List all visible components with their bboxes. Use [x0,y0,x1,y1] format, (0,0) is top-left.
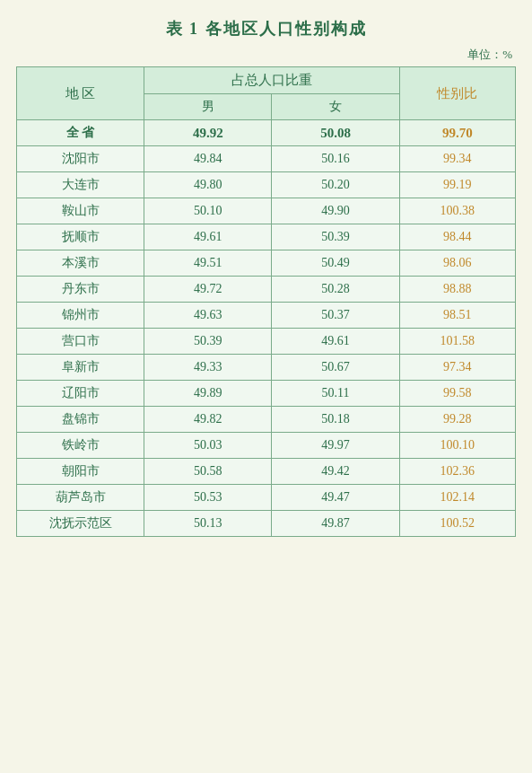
ratio-cell: 100.38 [399,198,515,224]
table-row: 锦州市49.6350.3798.51 [17,303,516,329]
region-cell: 抚顺市 [17,224,144,250]
female-cell: 49.42 [272,459,399,485]
female-cell: 50.20 [272,172,399,198]
male-header: 男 [144,94,272,120]
region-cell: 丹东市 [17,277,144,303]
ratio-cell: 99.58 [399,381,515,407]
ratio-cell: 98.51 [399,303,515,329]
proportion-header: 占总人口比重 [144,67,399,94]
region-cell: 朝阳市 [17,459,144,485]
male-cell: 49.72 [144,277,272,303]
region-cell: 锦州市 [17,303,144,329]
table-row: 沈抚示范区50.1349.87100.52 [17,511,516,537]
data-table: 地 区 占总人口比重 性别比 男 女 全 省49.9250.0899.70沈阳市… [16,66,516,537]
female-cell: 50.18 [272,407,399,433]
ratio-cell: 102.36 [399,459,515,485]
male-cell: 49.92 [144,120,272,146]
male-cell: 49.82 [144,407,272,433]
page-container: 表 1 各地区人口性别构成 单位：% 地 区 占总人口比重 性别比 男 女 全 … [9,9,523,546]
region-cell: 鞍山市 [17,198,144,224]
region-cell: 沈抚示范区 [17,511,144,537]
male-cell: 50.39 [144,329,272,355]
female-cell: 49.97 [272,433,399,459]
table-row: 辽阳市49.8950.1199.58 [17,381,516,407]
unit-label: 单位：% [16,47,516,63]
female-cell: 49.47 [272,485,399,511]
region-cell: 沈阳市 [17,146,144,172]
region-cell: 辽阳市 [17,381,144,407]
male-cell: 49.84 [144,146,272,172]
female-cell: 50.11 [272,381,399,407]
table-row: 抚顺市49.6150.3998.44 [17,224,516,250]
region-cell: 营口市 [17,329,144,355]
female-header: 女 [272,94,399,120]
female-cell: 50.08 [272,120,399,146]
female-cell: 49.61 [272,329,399,355]
ratio-cell: 98.06 [399,250,515,277]
male-cell: 50.53 [144,485,272,511]
female-cell: 50.67 [272,355,399,381]
region-header: 地 区 [17,67,144,120]
region-cell: 盘锦市 [17,407,144,433]
region-cell: 全 省 [17,120,144,146]
male-cell: 49.80 [144,172,272,198]
male-cell: 50.58 [144,459,272,485]
region-cell: 本溪市 [17,250,144,277]
ratio-cell: 99.34 [399,146,515,172]
ratio-header: 性别比 [399,67,515,120]
ratio-cell: 99.70 [399,120,515,146]
male-cell: 49.33 [144,355,272,381]
ratio-cell: 100.52 [399,511,515,537]
table-row: 葫芦岛市50.5349.47102.14 [17,485,516,511]
table-row: 大连市49.8050.2099.19 [17,172,516,198]
table-row: 营口市50.3949.61101.58 [17,329,516,355]
region-cell: 铁岭市 [17,433,144,459]
table-row: 阜新市49.3350.6797.34 [17,355,516,381]
table-row: 鞍山市50.1049.90100.38 [17,198,516,224]
male-cell: 49.51 [144,250,272,277]
table-row: 丹东市49.7250.2898.88 [17,277,516,303]
male-cell: 49.89 [144,381,272,407]
female-cell: 49.90 [272,198,399,224]
male-cell: 50.10 [144,198,272,224]
female-cell: 50.37 [272,303,399,329]
region-cell: 阜新市 [17,355,144,381]
ratio-cell: 101.58 [399,329,515,355]
table-row: 沈阳市49.8450.1699.34 [17,146,516,172]
male-cell: 50.03 [144,433,272,459]
female-cell: 50.28 [272,277,399,303]
ratio-cell: 97.34 [399,355,515,381]
region-cell: 葫芦岛市 [17,485,144,511]
ratio-cell: 100.10 [399,433,515,459]
ratio-cell: 98.88 [399,277,515,303]
male-cell: 49.61 [144,224,272,250]
female-cell: 49.87 [272,511,399,537]
table-row: 全 省49.9250.0899.70 [17,120,516,146]
ratio-cell: 99.28 [399,407,515,433]
male-cell: 50.13 [144,511,272,537]
ratio-cell: 99.19 [399,172,515,198]
region-cell: 大连市 [17,172,144,198]
table-row: 铁岭市50.0349.97100.10 [17,433,516,459]
ratio-cell: 102.14 [399,485,515,511]
ratio-cell: 98.44 [399,224,515,250]
table-row: 本溪市49.5150.4998.06 [17,250,516,277]
male-cell: 49.63 [144,303,272,329]
table-title: 表 1 各地区人口性别构成 [16,18,516,40]
female-cell: 50.16 [272,146,399,172]
table-row: 朝阳市50.5849.42102.36 [17,459,516,485]
female-cell: 50.39 [272,224,399,250]
table-row: 盘锦市49.8250.1899.28 [17,407,516,433]
female-cell: 50.49 [272,250,399,277]
